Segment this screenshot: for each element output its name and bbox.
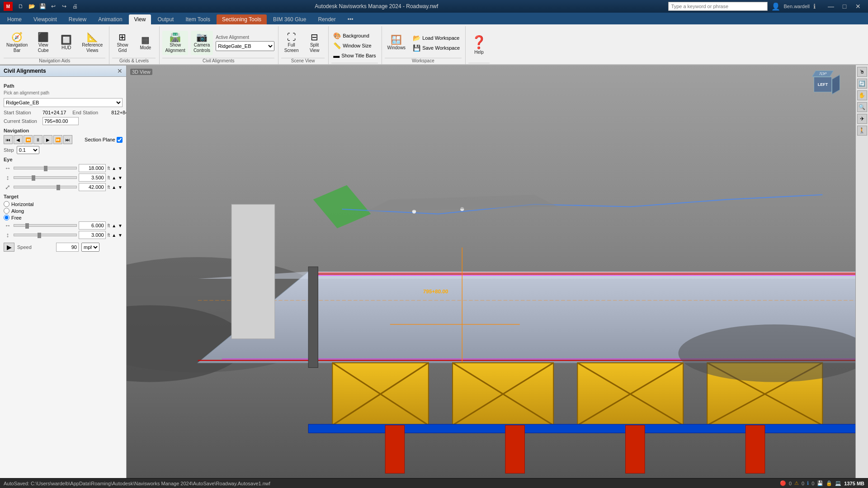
nav-back-button[interactable]: ⏪ xyxy=(24,135,33,144)
tab-review[interactable]: Review xyxy=(63,14,92,24)
eye-y-track[interactable] xyxy=(14,176,77,179)
tab-bim360-glue[interactable]: BIM 360 Glue xyxy=(268,14,311,24)
cube-front-face[interactable]: LEFT xyxy=(814,77,832,92)
show-grid-button[interactable]: ⊞ ShowGrid xyxy=(112,31,132,55)
nav-first-button[interactable]: ⏮ xyxy=(4,135,13,144)
current-station-input[interactable] xyxy=(42,117,79,125)
tab-animation[interactable]: Animation xyxy=(93,14,127,24)
camera-controls-button[interactable]: 📷 CameraControls xyxy=(191,31,213,55)
window-size-button[interactable]: 📏 Window Size xyxy=(331,41,377,50)
nav-play-button[interactable]: ▶ xyxy=(43,135,52,144)
path-select[interactable]: RidgeGate_EB xyxy=(4,98,123,107)
eye-y-thumb[interactable] xyxy=(32,175,35,181)
tab-more[interactable]: ••• xyxy=(342,14,359,24)
help-button[interactable]: ❓ Help xyxy=(468,34,490,57)
section-plane-checkbox[interactable] xyxy=(117,137,123,143)
qa-print[interactable]: 🖨 xyxy=(71,2,80,11)
qa-open[interactable]: 📂 xyxy=(27,2,36,11)
sidebar-zoom-icon[interactable]: 🔍 xyxy=(857,102,867,112)
tab-sectioning-tools[interactable]: Sectioning Tools xyxy=(217,14,267,24)
target-horizontal-radio[interactable] xyxy=(4,201,9,207)
windows-button[interactable]: 🪟 Windows xyxy=(385,33,409,52)
eye-y-spin-down[interactable]: ▼ xyxy=(118,175,123,180)
panel-close-button[interactable]: ✕ xyxy=(117,67,123,75)
qa-undo[interactable]: ↩ xyxy=(49,2,58,11)
sidebar-orbit-icon[interactable]: 🔄 xyxy=(857,79,867,89)
nav-forward-button[interactable]: ⏩ xyxy=(53,135,62,144)
split-view-button[interactable]: ⊟ SplitView xyxy=(304,31,325,55)
active-alignment-header-label: Active Alignment xyxy=(216,35,274,40)
view-cube-button[interactable]: ⬛ ViewCube xyxy=(33,31,53,55)
speed-unit-select[interactable]: mph km/h xyxy=(81,243,99,252)
sidebar-pan-icon[interactable]: ✋ xyxy=(857,90,867,100)
sidebar-select-icon[interactable]: 🖱 xyxy=(857,67,867,77)
cube-top-face[interactable]: TOP xyxy=(812,70,834,77)
nav-bar-button[interactable]: 🧭 NavigationBar xyxy=(4,31,30,55)
target-free-radio[interactable] xyxy=(4,215,9,221)
speed-play-button[interactable]: ▶ xyxy=(4,243,14,252)
eye-z-value-display: 42.000 xyxy=(79,183,106,191)
search-input[interactable] xyxy=(668,2,768,11)
eye-x-track[interactable] xyxy=(14,167,77,169)
tab-view[interactable]: View xyxy=(129,14,151,24)
sidebar-fly-icon[interactable]: ✈ xyxy=(857,114,867,124)
eye-x-spin-down[interactable]: ▼ xyxy=(118,166,123,171)
target-x-spin-up[interactable]: ▲ xyxy=(112,223,116,228)
nav-prev-button[interactable]: ◀ xyxy=(14,135,23,144)
step-select[interactable]: 0.1 0.5 1.0 xyxy=(17,146,39,154)
save-workspace-button[interactable]: 💾 Save Workspace xyxy=(411,43,462,52)
target-x-thumb[interactable] xyxy=(25,223,29,229)
eye-y-spin-up[interactable]: ▲ xyxy=(112,175,116,180)
active-alignment-select[interactable]: RidgeGate_EB xyxy=(216,41,274,51)
qa-save[interactable]: 💾 xyxy=(38,2,47,11)
section-plane-control: Section Plane xyxy=(85,137,123,143)
target-x-spin-down[interactable]: ▼ xyxy=(118,223,123,228)
qa-redo[interactable]: ↪ xyxy=(60,2,69,11)
target-y-track[interactable] xyxy=(14,234,77,236)
target-x-track[interactable] xyxy=(14,224,77,227)
minimize-button[interactable]: — xyxy=(825,1,837,11)
target-y-thumb[interactable] xyxy=(38,233,41,238)
mode-button[interactable]: ▦ Mode xyxy=(135,33,156,52)
viewport[interactable]: 795+80.00 xyxy=(127,65,855,478)
hud-button[interactable]: 🔲 HUD xyxy=(56,33,76,52)
status-lock-icon: 🔒 xyxy=(826,480,832,486)
eye-z-spin-up[interactable]: ▲ xyxy=(112,185,116,190)
target-y-spin-down[interactable]: ▼ xyxy=(118,233,123,238)
sidebar-walk-icon[interactable]: 🚶 xyxy=(857,126,867,136)
eye-z-thumb[interactable] xyxy=(57,185,60,190)
start-station-value: 701+24.17 xyxy=(42,110,66,115)
tab-home[interactable]: Home xyxy=(2,14,27,24)
speed-value-input[interactable] xyxy=(56,243,79,252)
show-title-bars-button[interactable]: ▬ Show Title Bars xyxy=(331,51,377,60)
eye-x-thumb[interactable] xyxy=(44,166,47,171)
panel-title: Civil Alignments xyxy=(4,68,46,74)
maximize-button[interactable]: □ xyxy=(838,1,851,11)
path-placeholder: Pick an alignment path xyxy=(4,90,49,95)
reference-views-button[interactable]: 📐 ReferenceViews xyxy=(79,31,105,55)
target-along-radio[interactable] xyxy=(4,208,9,214)
full-screen-button[interactable]: ⛶ FullScreen xyxy=(281,31,302,55)
eye-z-spin-down[interactable]: ▼ xyxy=(118,185,123,190)
nav-pause-button[interactable]: ⏸ xyxy=(33,135,42,144)
tab-render[interactable]: Render xyxy=(312,14,341,24)
svg-rect-14 xyxy=(308,267,318,367)
show-alignment-button[interactable]: 🛣️ ShowAlignment xyxy=(162,31,188,55)
qa-new[interactable]: 🗋 xyxy=(16,2,25,11)
status-save-icon: 💾 xyxy=(817,480,823,486)
eye-x-spin-up[interactable]: ▲ xyxy=(112,166,116,171)
show-title-bars-icon: ▬ xyxy=(333,52,340,59)
nav-last-button[interactable]: ⏭ xyxy=(63,135,72,144)
tab-viewpoint[interactable]: Viewpoint xyxy=(28,14,62,24)
tab-item-tools[interactable]: Item Tools xyxy=(180,14,215,24)
eye-z-track[interactable] xyxy=(14,186,77,188)
background-button[interactable]: 🎨 Background xyxy=(331,31,377,40)
workspace-group-label: Workspace xyxy=(385,58,462,64)
window-controls: — □ ✕ xyxy=(825,1,864,11)
close-button[interactable]: ✕ xyxy=(852,1,864,11)
tab-output[interactable]: Output xyxy=(152,14,179,24)
load-workspace-button[interactable]: 📂 Load Workspace xyxy=(411,33,462,42)
nav-controls-row: ⏮ ◀ ⏪ ⏸ ▶ ⏩ ⏭ Section Plane xyxy=(4,135,123,144)
view-cube-widget[interactable]: TOP LEFT xyxy=(810,70,837,98)
target-y-spin-up[interactable]: ▲ xyxy=(112,233,116,238)
